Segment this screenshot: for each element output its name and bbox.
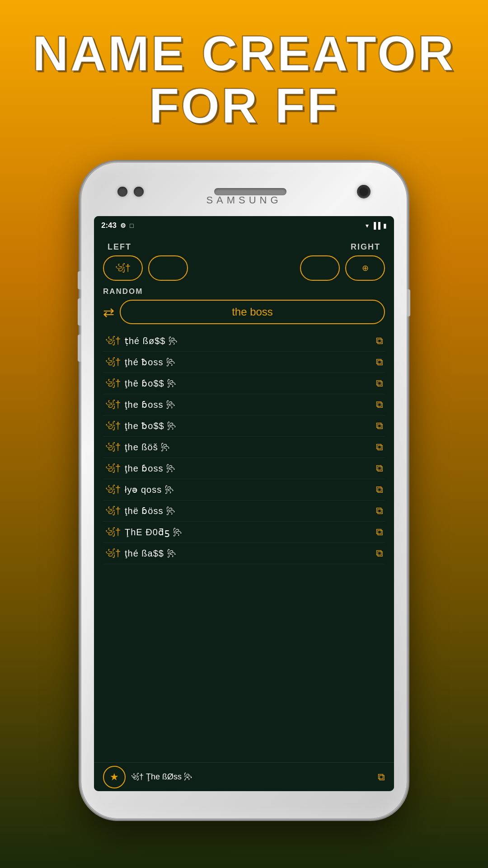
copy-button-9[interactable]: ⧉ [376, 505, 383, 517]
favorites-button[interactable]: ★ [103, 766, 126, 788]
random-row: ⇄ the boss [103, 300, 385, 324]
result-item: ꧁† ţhe ɓoss ꧂ ⧉ [103, 394, 385, 415]
result-name-4: ţhe ɓoss ꧂ [125, 399, 176, 410]
result-item: ꧁† ţhe ßöš ꧂ ⧉ [103, 437, 385, 458]
copy-button-4[interactable]: ⧉ [376, 399, 383, 410]
status-right: ▾ ▐▐ ▮ [366, 222, 387, 229]
volume-down-button [78, 298, 81, 326]
result-item: ꧁† ŢhE Ð0ƌƽ ꧂ ⧉ [103, 522, 385, 543]
result-item: ꧁† ţhē ɓo$$ ꧂ ⧉ [103, 373, 385, 394]
app-title-line1: NAME CREATOR [0, 27, 488, 80]
result-left: ꧁† ṭhé ßø$$ ꧂ [105, 335, 376, 347]
star-icon: ★ [110, 771, 119, 783]
bottom-result-preview: ꧁† Ţhe ßØss ꧂ [126, 772, 378, 782]
result-left: ꧁† ŢhE Ð0ƌƽ ꧂ [105, 526, 376, 538]
result-prefix-11: ꧁† [105, 547, 121, 559]
result-name-2: ţhé ƀoss ꧂ [125, 357, 176, 368]
phone-container: SAMSUNG 2:43 ⚙ □ ▾ ▐▐ ▮ [81, 163, 407, 818]
section-labels: LEFT RIGHT [103, 242, 385, 252]
result-left: ꧁† łyə qoss ꧂ [105, 484, 376, 495]
deco-row: ꧁† ⊕ [103, 255, 385, 281]
result-name-6: ţhe ßöš ꧂ [125, 442, 170, 453]
shuffle-button[interactable]: ⇄ [103, 304, 114, 320]
name-input-value: the boss [232, 306, 273, 318]
signal-icon: ▐▐ [371, 222, 380, 229]
random-label: RANDOM [103, 287, 385, 296]
result-name-11: ţhé ßa$$ ꧂ [125, 548, 177, 559]
bottom-copy-button[interactable]: ⧉ [378, 771, 385, 783]
power-button [407, 289, 410, 316]
copy-button-2[interactable]: ⧉ [376, 356, 383, 368]
clock: 2:43 [101, 221, 117, 230]
battery-icon: ▮ [383, 222, 387, 229]
results-list: ꧁† ṭhé ßø$$ ꧂ ⧉ ꧁† ţhé ƀoss ꧂ ⧉ [103, 330, 385, 564]
result-left: ꧁† ţhe ƀo$$ ꧂ [105, 420, 376, 432]
copy-button-7[interactable]: ⧉ [376, 462, 383, 474]
decoration-section: LEFT RIGHT ꧁† ⊕ [103, 242, 385, 281]
wifi-icon: ▾ [366, 222, 369, 229]
name-input[interactable]: the boss [120, 300, 385, 324]
bottom-result-name: ꧁† Ţhe ßØss ꧂ [131, 772, 192, 781]
result-prefix-5: ꧁† [105, 420, 121, 432]
status-left: 2:43 ⚙ □ [101, 221, 134, 230]
result-left: ꧁† ţhē ɓo$$ ꧂ [105, 377, 376, 389]
result-left: ꧁† ţhé ƀoss ꧂ [105, 356, 376, 368]
deco-btn-1-icon: ꧁† [115, 262, 131, 274]
result-prefix-8: ꧁† [105, 484, 121, 495]
result-item: ꧁† ţhé ßa$$ ꧂ ⧉ [103, 543, 385, 564]
result-prefix-9: ꧁† [105, 505, 121, 517]
result-item: ꧁† ţhë ɓöss ꧂ ⧉ [103, 500, 385, 522]
result-item: ꧁† łyə qoss ꧂ ⧉ [103, 479, 385, 500]
result-item: ꧁† ṭhé ßø$$ ꧂ ⧉ [103, 330, 385, 352]
sim-status-icon: □ [130, 222, 133, 229]
dual-camera [117, 187, 144, 197]
right-label: RIGHT [351, 242, 380, 252]
result-name-7: ţhe ɓoss ꧂ [125, 463, 176, 474]
result-prefix-3: ꧁† [105, 377, 121, 389]
camera-dot-1 [117, 187, 127, 197]
copy-button-3[interactable]: ⧉ [376, 377, 383, 389]
result-name-10: ŢhE Ð0ƌƽ ꧂ [125, 527, 183, 538]
phone-screen: 2:43 ⚙ □ ▾ ▐▐ ▮ LEFT RIGHT [94, 216, 394, 791]
app-content: LEFT RIGHT ꧁† ⊕ [94, 235, 394, 571]
camera-dot-2 [134, 187, 144, 197]
left-label: LEFT [108, 242, 131, 252]
result-left: ꧁† ţhë ɓöss ꧂ [105, 505, 376, 517]
copy-button-8[interactable]: ⧉ [376, 484, 383, 495]
result-name-1: ṭhé ßø$$ ꧂ [125, 335, 178, 346]
result-left: ꧁† ţhe ɓoss ꧂ [105, 462, 376, 474]
bottom-bar: ★ ꧁† Ţhe ßØss ꧂ ⧉ [94, 762, 394, 791]
result-name-5: ţhe ƀo$$ ꧂ [125, 420, 177, 431]
result-prefix-1: ꧁† [105, 335, 121, 347]
app-title-line2: FOR FF [0, 80, 488, 132]
phone-shell: SAMSUNG 2:43 ⚙ □ ▾ ▐▐ ▮ [81, 163, 407, 818]
result-prefix-2: ꧁† [105, 356, 121, 368]
result-prefix-6: ꧁† [105, 441, 121, 453]
brand-logo: SAMSUNG [206, 194, 282, 206]
settings-status-icon: ⚙ [120, 222, 126, 229]
copy-button-11[interactable]: ⧉ [376, 547, 383, 559]
deco-button-2[interactable] [148, 255, 188, 281]
copy-button-6[interactable]: ⧉ [376, 441, 383, 453]
status-bar: 2:43 ⚙ □ ▾ ▐▐ ▮ [94, 216, 394, 235]
title-area: NAME CREATOR FOR FF [0, 27, 488, 132]
result-item: ꧁† ţhé ƀoss ꧂ ⧉ [103, 352, 385, 373]
selfie-camera [357, 185, 371, 198]
copy-button-10[interactable]: ⧉ [376, 526, 383, 538]
copy-button-5[interactable]: ⧉ [376, 420, 383, 432]
random-section: RANDOM ⇄ the boss [103, 287, 385, 324]
result-left: ꧁† ţhé ßa$$ ꧂ [105, 547, 376, 559]
result-left: ꧁† ţhe ßöš ꧂ [105, 441, 376, 453]
result-item: ꧁† ţhe ɓoss ꧂ ⧉ [103, 458, 385, 479]
deco-button-3[interactable] [300, 255, 340, 281]
result-left: ꧁† ţhe ɓoss ꧂ [105, 399, 376, 410]
deco-button-1[interactable]: ꧁† [103, 255, 143, 281]
copy-button-1[interactable]: ⧉ [376, 335, 383, 347]
result-name-8: łyə qoss ꧂ [125, 484, 174, 495]
result-item: ꧁† ţhe ƀo$$ ꧂ ⧉ [103, 415, 385, 437]
volume-up-button [78, 271, 81, 289]
result-name-9: ţhë ɓöss ꧂ [125, 505, 176, 516]
result-prefix-7: ꧁† [105, 462, 121, 474]
bixby-button [78, 335, 81, 362]
deco-button-4[interactable]: ⊕ [345, 255, 385, 281]
